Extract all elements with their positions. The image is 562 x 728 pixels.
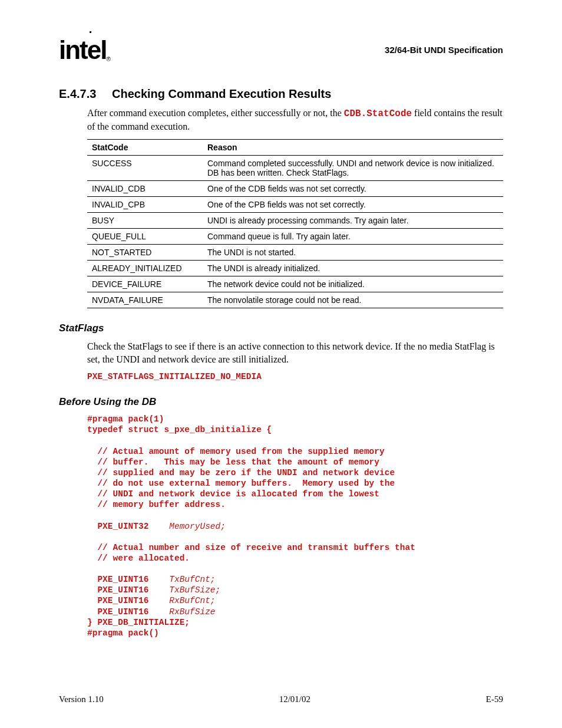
cell-reason: Command queue is full. Try again later.	[203, 228, 503, 244]
code-var: MemoryUsed;	[169, 522, 226, 531]
table-row: BUSYUNDI is already processing commands.…	[87, 212, 503, 228]
cell-code: NVDATA_FAILURE	[87, 292, 203, 308]
statcode-table: StatCode Reason SUCCESSCommand completed…	[87, 139, 503, 308]
code-comment: // buffer. This may be less that the amo…	[87, 457, 379, 467]
statflags-text: Check the StatFlags to see if there is a…	[87, 340, 503, 365]
cell-reason: One of the CPB fields was not set correc…	[203, 196, 503, 212]
table-row: INVALID_CDBOne of the CDB fields was not…	[87, 180, 503, 196]
cell-reason: Command completed successfully. UNDI and…	[203, 155, 503, 180]
cell-code: SUCCESS	[87, 155, 203, 180]
cell-reason: One of the CDB fields was not set correc…	[203, 180, 503, 196]
code-comment: // Actual number and size of receive and…	[87, 543, 415, 552]
table-row: NOT_STARTEDThe UNDI is not started.	[87, 244, 503, 260]
section-heading: E.4.7.3Checking Command Execution Result…	[59, 87, 503, 101]
section-title: Checking Command Execution Results	[112, 87, 331, 100]
code-var: TxBufSize;	[169, 585, 220, 595]
code-comment: // Actual amount of memory used from the…	[87, 447, 385, 456]
db-heading: Before Using the DB	[59, 396, 503, 408]
code-comment: // UNDI and network device is allocated …	[87, 489, 379, 499]
doc-title: 32/64-Bit UNDI Specification	[385, 45, 503, 55]
code-comment: // were allocated.	[87, 554, 190, 563]
cell-reason: UNDI is already processing commands. Try…	[203, 212, 503, 228]
cell-code: DEVICE_FAILURE	[87, 276, 203, 292]
cell-code: ALREADY_INITIALIZED	[87, 260, 203, 276]
table-row: NVDATA_FAILUREThe nonvolatile storage co…	[87, 292, 503, 308]
code-type: PXE_UINT16	[87, 607, 169, 617]
code-comment: // supplied and may be zero if the UNDI …	[87, 468, 395, 477]
table-row: DEVICE_FAILUREThe network device could n…	[87, 276, 503, 292]
footer-page: E-59	[486, 694, 503, 704]
code-type: PXE_UINT16	[87, 585, 169, 595]
footer-date: 12/01/02	[279, 694, 310, 704]
code-line: #pragma pack()	[87, 628, 159, 638]
section-intro: After command execution completes, eithe…	[87, 107, 503, 133]
footer-version: Version 1.10	[59, 694, 104, 704]
cell-reason: The network device could not be initiali…	[203, 276, 503, 292]
db-code-block: #pragma pack(1) typedef struct s_pxe_db_…	[87, 414, 503, 638]
code-type: PXE_UINT32	[87, 522, 169, 531]
cell-code: NOT_STARTED	[87, 244, 203, 260]
section-number: E.4.7.3	[59, 87, 112, 101]
table-row: INVALID_CPBOne of the CPB fields was not…	[87, 196, 503, 212]
code-line: #pragma pack(1)	[87, 414, 164, 424]
code-var: RxBufSize	[169, 607, 215, 617]
cell-code: BUSY	[87, 212, 203, 228]
statflags-code: PXE_STATFLAGS_INITIALIZED_NO_MEDIA	[87, 371, 503, 382]
table-row: QUEUE_FULLCommand queue is full. Try aga…	[87, 228, 503, 244]
code-line: typedef struct s_pxe_db_initialize {	[87, 425, 272, 434]
code-comment: // memory buffer address.	[87, 500, 226, 509]
cell-code: INVALID_CPB	[87, 196, 203, 212]
code-var: RxBufCnt;	[169, 596, 215, 605]
col-statcode: StatCode	[87, 139, 203, 155]
page: inte.l® 32/64-Bit UNDI Specification E.4…	[0, 0, 562, 728]
intro-code: CDB.StatCode	[344, 108, 412, 119]
code-type: PXE_UINT16	[87, 596, 169, 605]
intel-logo: inte.l®	[59, 35, 110, 66]
statflags-heading: StatFlags	[59, 322, 503, 334]
cell-reason: The UNDI is not started.	[203, 244, 503, 260]
table-header-row: StatCode Reason	[87, 139, 503, 155]
col-reason: Reason	[203, 139, 503, 155]
table-row: ALREADY_INITIALIZEDThe UNDI is already i…	[87, 260, 503, 276]
cell-reason: The UNDI is already initialized.	[203, 260, 503, 276]
cell-code: QUEUE_FULL	[87, 228, 203, 244]
code-line: } PXE_DB_INITIALIZE;	[87, 618, 190, 627]
code-var: TxBufCnt;	[169, 575, 215, 584]
page-footer: Version 1.10 12/01/02 E-59	[59, 694, 503, 704]
cell-code: INVALID_CDB	[87, 180, 203, 196]
intro-text-a: After command execution completes, eithe…	[87, 108, 344, 118]
code-type: PXE_UINT16	[87, 575, 169, 584]
table-row: SUCCESSCommand completed successfully. U…	[87, 155, 503, 180]
cell-reason: The nonvolatile storage could not be rea…	[203, 292, 503, 308]
page-header: inte.l® 32/64-Bit UNDI Specification	[59, 35, 503, 66]
code-comment: // do not use external memory buffers. M…	[87, 479, 395, 488]
